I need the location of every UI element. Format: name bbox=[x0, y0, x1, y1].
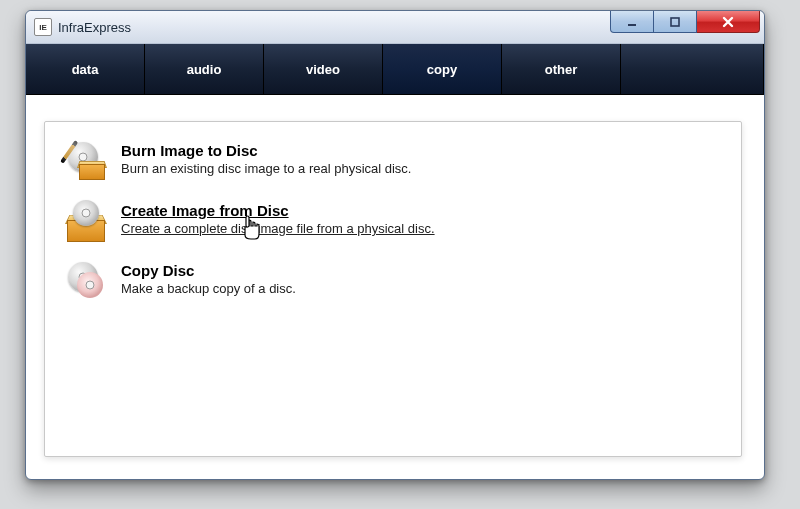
content-panel: Burn Image to Disc Burn an existing disc… bbox=[44, 121, 742, 457]
window-title: InfraExpress bbox=[58, 20, 131, 35]
option-text: Burn Image to Disc Burn an existing disc… bbox=[121, 142, 411, 176]
svg-rect-0 bbox=[628, 24, 636, 26]
tab-label: video bbox=[306, 62, 340, 77]
tab-copy[interactable]: copy bbox=[383, 44, 502, 94]
minimize-icon bbox=[626, 16, 638, 28]
option-title: Copy Disc bbox=[121, 262, 296, 279]
application-window: IE InfraExpress data audio video copy ot… bbox=[25, 10, 765, 480]
app-icon: IE bbox=[34, 18, 52, 36]
copy-disc-icon bbox=[67, 262, 105, 300]
tab-data[interactable]: data bbox=[26, 44, 145, 94]
svg-rect-1 bbox=[671, 18, 679, 26]
tab-video[interactable]: video bbox=[264, 44, 383, 94]
tab-spacer bbox=[621, 44, 764, 94]
burn-image-icon bbox=[67, 142, 105, 180]
tab-label: audio bbox=[187, 62, 222, 77]
create-image-icon bbox=[67, 202, 105, 240]
tab-bar: data audio video copy other bbox=[26, 44, 764, 95]
tab-label: data bbox=[72, 62, 99, 77]
tab-label: other bbox=[545, 62, 578, 77]
close-icon bbox=[721, 15, 735, 29]
maximize-icon bbox=[669, 16, 681, 28]
tab-audio[interactable]: audio bbox=[145, 44, 264, 94]
minimize-button[interactable] bbox=[610, 11, 654, 33]
option-title: Burn Image to Disc bbox=[121, 142, 411, 159]
option-desc: Make a backup copy of a disc. bbox=[121, 281, 296, 296]
tab-other[interactable]: other bbox=[502, 44, 621, 94]
option-desc: Create a complete disc image file from a… bbox=[121, 221, 435, 236]
tab-label: copy bbox=[427, 62, 457, 77]
close-button[interactable] bbox=[697, 11, 760, 33]
option-title: Create Image from Disc bbox=[121, 202, 435, 219]
option-text: Copy Disc Make a backup copy of a disc. bbox=[121, 262, 296, 296]
option-text: Create Image from Disc Create a complete… bbox=[121, 202, 435, 236]
option-copy-disc[interactable]: Copy Disc Make a backup copy of a disc. bbox=[67, 262, 721, 300]
window-controls bbox=[610, 11, 760, 33]
titlebar[interactable]: IE InfraExpress bbox=[26, 11, 764, 44]
option-create-image[interactable]: Create Image from Disc Create a complete… bbox=[67, 202, 721, 240]
maximize-button[interactable] bbox=[654, 11, 697, 33]
option-burn-image[interactable]: Burn Image to Disc Burn an existing disc… bbox=[67, 142, 721, 180]
option-desc: Burn an existing disc image to a real ph… bbox=[121, 161, 411, 176]
